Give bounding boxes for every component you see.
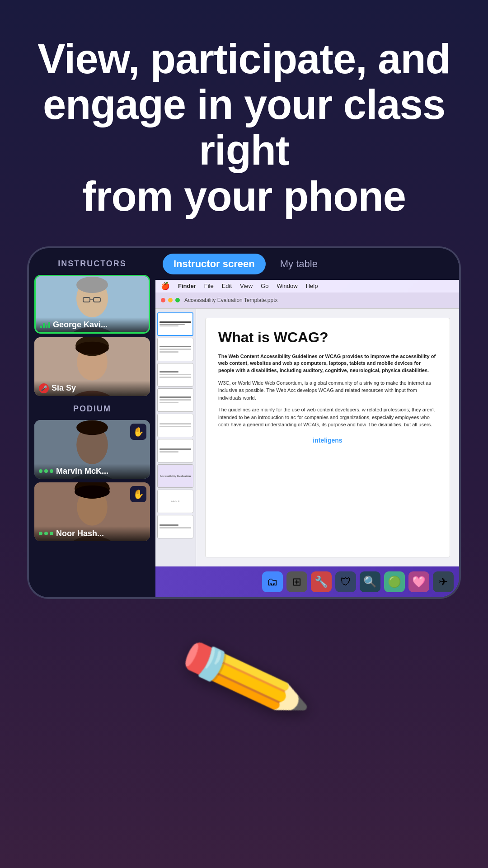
slide-heading: What is WCAG? bbox=[218, 329, 437, 346]
bottom-section: ✏️ bbox=[0, 599, 488, 750]
slide-bold-para: The Web Content Accessibility Guidelines… bbox=[218, 353, 437, 374]
svg-point-20 bbox=[75, 485, 110, 498]
slide-thumb-8[interactable]: table 4 bbox=[157, 490, 193, 513]
menu-file[interactable]: File bbox=[204, 283, 214, 289]
dock-icon-5[interactable]: 🔍 bbox=[360, 571, 380, 592]
noor-name-overlay: Noor Hash... bbox=[34, 526, 150, 541]
dock-icon-3[interactable]: 🔧 bbox=[311, 571, 332, 592]
macos-window: 🍎 Finder File Edit View Go Window Help bbox=[155, 280, 459, 597]
menu-finder[interactable]: Finder bbox=[178, 283, 196, 289]
dock-icon-4[interactable]: 🛡 bbox=[335, 571, 356, 592]
device-mockup: INSTRUCTORS bbox=[27, 246, 461, 599]
device-frame: INSTRUCTORS bbox=[27, 246, 461, 599]
slide-thumb-9[interactable] bbox=[157, 515, 193, 538]
svg-point-3 bbox=[76, 277, 108, 293]
menu-edit[interactable]: Edit bbox=[222, 283, 232, 289]
podium-noor-card[interactable]: ✋ Noor Hash... bbox=[34, 482, 150, 541]
svg-point-11 bbox=[75, 341, 109, 354]
george-name-overlay: George Kavi... bbox=[36, 317, 149, 332]
podium-label: PODIUM bbox=[34, 404, 150, 414]
left-panel: INSTRUCTORS bbox=[29, 248, 155, 597]
inteligens-logo: inteligens bbox=[218, 433, 437, 444]
slide-thumb-7[interactable]: Accessibility Evaluation bbox=[157, 464, 193, 488]
headline: View, participate, and engage in your cl… bbox=[27, 36, 461, 219]
podium-marvin-card[interactable]: ✋ Marvin McK... bbox=[34, 420, 150, 479]
slide-thumb-2[interactable] bbox=[157, 338, 193, 361]
ppt-slide-area: What is WCAG? The Web Content Accessibil… bbox=[205, 318, 450, 557]
macos-app-content: Accessability Evaluation Template.pptx bbox=[155, 292, 459, 566]
dock-icon-8[interactable]: ✈ bbox=[433, 571, 454, 592]
dock-icon-7[interactable]: 🩷 bbox=[408, 571, 429, 592]
tabs-bar: Instructor screen My table bbox=[155, 248, 459, 280]
svg-point-15 bbox=[76, 420, 108, 435]
marvin-name-overlay: Marvin McK... bbox=[34, 464, 150, 479]
slide-thumb-3[interactable] bbox=[157, 363, 193, 387]
tab-instructor-screen[interactable]: Instructor screen bbox=[163, 254, 266, 274]
noor-name: Noor Hash... bbox=[56, 529, 104, 538]
george-name: George Kavi... bbox=[53, 320, 108, 330]
ppt-main: What is WCAG? The Web Content Accessibil… bbox=[196, 309, 459, 566]
macos-menubar: 🍎 Finder File Edit View Go Window Help bbox=[155, 280, 459, 292]
sia-name: Sia Sy bbox=[52, 383, 76, 393]
menu-go[interactable]: Go bbox=[261, 283, 268, 289]
slide-thumb-5[interactable] bbox=[157, 414, 193, 437]
instructor-sia-card[interactable]: 🎤 Sia Sy bbox=[34, 337, 150, 396]
george-audio-bars bbox=[40, 321, 50, 328]
slide-thumb-6[interactable] bbox=[157, 439, 193, 462]
ppt-title-bar: Accessability Evaluation Template.pptx bbox=[155, 292, 459, 309]
right-panel: Instructor screen My table 🍎 Finder File… bbox=[155, 248, 459, 597]
dock-launchpad-icon[interactable]: ⊞ bbox=[286, 571, 307, 592]
slide-thumb-1[interactable] bbox=[157, 312, 193, 336]
marvin-hand-badge: ✋ bbox=[130, 424, 146, 440]
marvin-dots bbox=[39, 469, 53, 473]
ppt-filename: Accessability Evaluation Template.pptx bbox=[184, 297, 278, 303]
screen-content: 🍎 Finder File Edit View Go Window Help bbox=[155, 280, 459, 597]
sia-muted-icon: 🎤 bbox=[39, 383, 49, 393]
instructors-label: INSTRUCTORS bbox=[34, 259, 150, 269]
pencil-icon: ✏️ bbox=[173, 610, 315, 748]
menu-window[interactable]: Window bbox=[277, 283, 297, 289]
menu-view[interactable]: View bbox=[240, 283, 253, 289]
noor-dots bbox=[39, 532, 53, 535]
instructor-george-card[interactable]: George Kavi... bbox=[34, 275, 150, 334]
dock-icon-6[interactable]: 🟢 bbox=[384, 571, 405, 592]
sia-name-overlay: 🎤 Sia Sy bbox=[34, 381, 150, 396]
dock-finder-icon[interactable]: 🗂 bbox=[262, 571, 283, 592]
apple-menu[interactable]: 🍎 bbox=[161, 282, 170, 290]
noor-hand-badge: ✋ bbox=[130, 486, 146, 502]
menu-help[interactable]: Help bbox=[306, 283, 318, 289]
slide-para1: W3C, or World Wide Web Consortium, is a … bbox=[218, 379, 437, 402]
hero-section: View, participate, and engage in your cl… bbox=[0, 0, 488, 246]
slide-thumb-4[interactable] bbox=[157, 388, 193, 412]
slide-para2: The guidelines are mainly for the use of… bbox=[218, 406, 437, 429]
marvin-name: Marvin McK... bbox=[56, 467, 108, 476]
tab-my-table[interactable]: My table bbox=[273, 254, 325, 274]
ppt-sidebar: Accessibility Evaluation table 4 bbox=[155, 309, 196, 566]
macos-dock: 🗂 ⊞ 🔧 🛡 🔍 🟢 🩷 ✈ bbox=[155, 566, 459, 597]
